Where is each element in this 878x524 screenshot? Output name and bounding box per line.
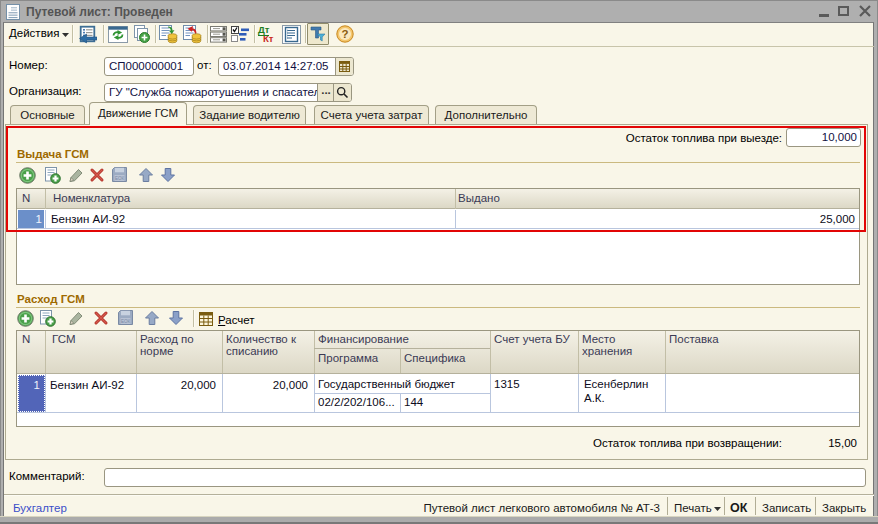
svg-text:?: ? <box>341 28 348 40</box>
svg-text:ЕОК: ЕОК <box>121 319 131 324</box>
